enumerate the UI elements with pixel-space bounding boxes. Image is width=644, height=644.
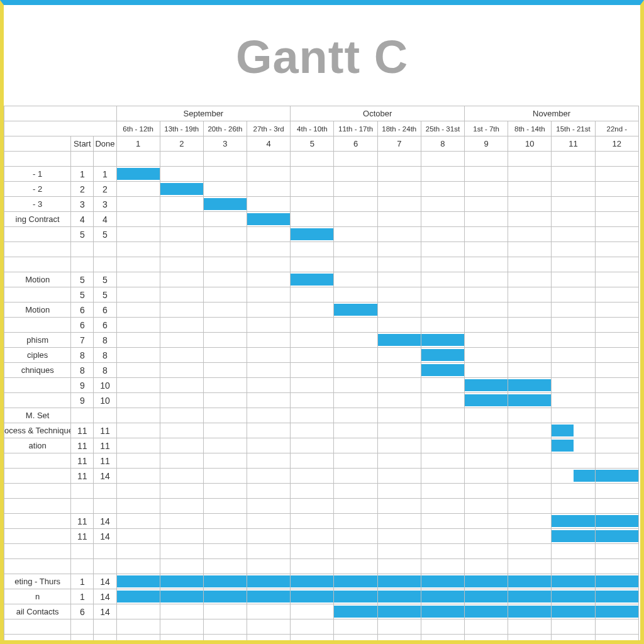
week-cell [247,499,291,514]
table-row: M. Set [4,408,639,423]
week-cell [203,318,247,333]
week-cell [465,484,508,499]
done-cell: 14 [94,604,116,619]
task-label: eting - Thurs [4,574,71,589]
week-num: 8 [421,136,464,152]
week-cell [203,212,247,227]
done-cell: 1 [94,167,116,182]
week-cell [508,559,552,574]
week-cell [552,635,595,641]
table-row [4,484,639,499]
week-range: 18th - 24th [377,121,421,136]
week-cell [203,574,247,589]
week-cell [465,212,508,227]
week-cell [247,469,291,484]
start-cell [71,408,94,423]
start-cell: 5 [71,272,94,287]
week-cell [508,469,552,484]
week-cell [377,212,421,227]
week-cell [291,529,334,544]
week-cell [116,363,160,378]
week-cell [247,484,291,499]
done-cell: 8 [94,333,116,348]
gantt-bar [465,575,508,587]
start-cell: 6 [71,318,94,333]
week-cell [465,348,508,363]
week-cell [116,438,160,453]
week-cell [160,423,203,438]
week-cell [291,212,334,227]
week-range: 25th - 31st [421,121,464,136]
week-cell [291,619,334,635]
week-cell [465,589,508,604]
done-cell: 14 [94,469,116,484]
week-cell [334,453,377,469]
week-cell [203,182,247,197]
start-cell: 1 [71,167,94,182]
week-cell [247,408,291,423]
week-cell [334,227,377,242]
gantt-bar [421,349,464,361]
gantt-bar [291,274,333,286]
task-label [4,559,71,574]
week-cell [291,499,334,514]
week-cell [160,212,203,227]
week-cell [203,559,247,574]
week-cell [465,257,508,272]
week-cell [595,408,638,423]
week-cell [421,499,464,514]
week-cell [291,393,334,408]
week-cell [377,529,421,544]
week-cell [465,182,508,197]
task-label: - 1 [4,167,71,182]
week-cell [247,559,291,574]
week-cell [377,167,421,182]
week-cell [116,287,160,303]
week-cell [508,378,552,393]
week-range: 6th - 12th [116,121,160,136]
week-cell [421,287,464,303]
gantt-bar [508,379,551,391]
week-cell [247,393,291,408]
gantt-bar [204,591,247,602]
week-cell [203,363,247,378]
week-cell [377,227,421,242]
week-cell [508,574,552,589]
table-row: - 333 [4,197,639,212]
week-cell [465,423,508,438]
week-cell [334,272,377,287]
week-cell [377,574,421,589]
week-cell [247,227,291,242]
done-cell [94,242,116,257]
week-cell [203,453,247,469]
week-cell [508,438,552,453]
week-cell [334,469,377,484]
week-cell [595,167,638,182]
gantt-bar [334,575,377,587]
week-cell [160,529,203,544]
week-cell [160,333,203,348]
week-cell [465,453,508,469]
week-cell [421,589,464,604]
week-cell [552,303,595,318]
week-num: 2 [160,136,203,152]
week-cell [552,393,595,408]
gantt-bar [378,591,421,602]
gantt-bar [465,606,508,618]
start-cell: 9 [71,378,94,393]
week-cell [595,348,638,363]
start-cell [71,242,94,257]
week-cell [247,212,291,227]
week-num: 12 [595,136,638,152]
week-cell [377,257,421,272]
week-cell [247,604,291,619]
week-cell [116,182,160,197]
week-cell [247,257,291,272]
week-cell [465,242,508,257]
week-cell [552,197,595,212]
week-cell [334,167,377,182]
week-cell [552,514,595,529]
done-cell: 14 [94,529,116,544]
week-cell [116,589,160,604]
table-row [4,499,639,514]
